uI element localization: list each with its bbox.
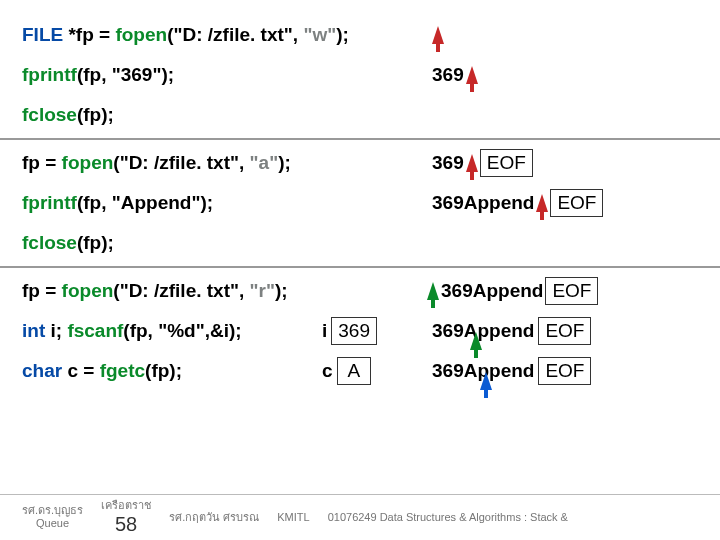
text: ); (336, 24, 349, 45)
eof-box: EOF (538, 357, 591, 385)
text: ("D: /zfile. txt", (167, 24, 303, 45)
text: c = (67, 360, 99, 381)
footer-author2: เครือตราช (101, 499, 151, 512)
fn: fscanf (67, 320, 123, 341)
footer-queue: Queue (36, 517, 69, 530)
keyword: FILE (22, 24, 68, 45)
divider (0, 138, 720, 140)
eof-box: EOF (550, 189, 603, 217)
mode: "w" (303, 24, 336, 45)
mode: "r" (250, 280, 275, 301)
eof-box: EOF (538, 317, 591, 345)
keyword: char (22, 360, 67, 381)
footer-author3: รศ.กฤตวัน ศรบรณ (169, 508, 259, 526)
text: fp = (22, 280, 62, 301)
text: fp = (22, 152, 62, 173)
text: ("D: /zfile. txt", (113, 280, 249, 301)
code-line-2: fprintf(fp, "369"); 369 (22, 58, 698, 92)
fn: fprintf (22, 64, 77, 85)
var-name: i (322, 320, 327, 342)
code-line-4: fp = fopen("D: /zfile. txt", "a"); 369 E… (22, 146, 698, 180)
fn: fgetc (100, 360, 145, 381)
fn: fopen (62, 152, 114, 173)
fn: fprintf (22, 192, 77, 213)
code-line-3: fclose(fp); (22, 98, 698, 132)
code-line-6: fclose(fp); (22, 226, 698, 260)
text: *fp = (68, 24, 115, 45)
code-line-5: fprintf(fp, "Append"); 369Append EOF (22, 186, 698, 220)
text: (fp, "%d",&i); (123, 320, 241, 341)
var-box: A (337, 357, 372, 385)
fn: fclose (22, 232, 77, 253)
file-text: 369 (432, 152, 464, 174)
text: i; (51, 320, 68, 341)
footer-course: 01076249 Data Structures & Algorithms : … (328, 511, 568, 523)
text: (fp); (77, 232, 114, 253)
text: (fp); (145, 360, 182, 381)
slide-body: FILE *fp = fopen("D: /zfile. txt", "w");… (0, 0, 720, 388)
file-text: 369Append (432, 192, 534, 214)
cursor-arrow-icon (432, 26, 444, 44)
code-line-8: int i; fscanf(fp, "%d",&i); i 369 369App… (22, 314, 698, 348)
code-line-7: fp = fopen("D: /zfile. txt", "r"); 369Ap… (22, 274, 698, 308)
fn: fopen (115, 24, 167, 45)
cursor-arrow-icon (470, 332, 482, 350)
var-box: 369 (331, 317, 377, 345)
cursor-arrow-icon (536, 194, 548, 212)
text: ); (278, 152, 291, 173)
eof-box: EOF (480, 149, 533, 177)
footer-kmitl: KMITL (277, 511, 309, 523)
cursor-arrow-icon (466, 154, 478, 172)
eof-box: EOF (545, 277, 598, 305)
fn: fclose (22, 104, 77, 125)
cursor-arrow-icon (466, 66, 478, 84)
keyword: int (22, 320, 51, 341)
text: ("D: /zfile. txt", (113, 152, 249, 173)
code-line-9: char c = fgetc(fp); c A 369Append EOF (22, 354, 698, 388)
divider (0, 266, 720, 268)
text: ); (275, 280, 288, 301)
code-line-1: FILE *fp = fopen("D: /zfile. txt", "w"); (22, 18, 698, 52)
text: (fp, "369"); (77, 64, 174, 85)
cursor-arrow-icon (480, 372, 492, 390)
slide-footer: รศ.ดร.บุญธร Queue เครือตราช 58 รศ.กฤตวัน… (0, 494, 720, 536)
footer-author: รศ.ดร.บุญธร (22, 504, 83, 517)
text: (fp); (77, 104, 114, 125)
var-name: c (322, 360, 333, 382)
mode: "a" (250, 152, 279, 173)
fn: fopen (62, 280, 114, 301)
page-number: 58 (115, 512, 137, 536)
cursor-arrow-icon (427, 282, 439, 300)
file-text: 369 (432, 64, 464, 86)
file-text: 369Append (432, 320, 534, 342)
text: (fp, "Append"); (77, 192, 213, 213)
file-text: 369Append (441, 280, 543, 302)
